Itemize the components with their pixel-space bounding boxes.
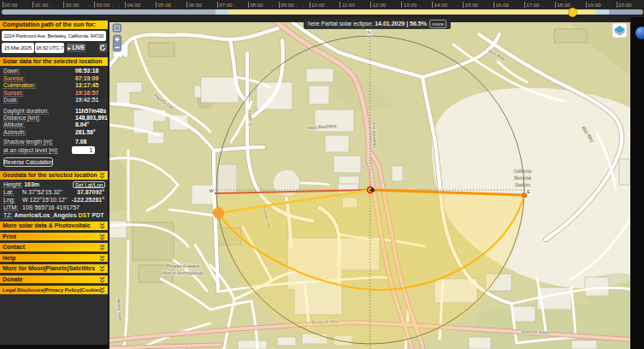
svg-text:Phoebe A Hearst: Phoebe A Hearst [167,263,200,269]
svg-text:E: E [527,189,530,194]
svg-text:Memorial: Memorial [514,176,531,180]
svg-text:Bancroft Steps: Bancroft Steps [522,328,550,334]
svg-text:W: W [209,188,214,193]
svg-text:Mus of Anthropology: Mus of Anthropology [162,270,204,275]
svg-text:Piedmont Ave: Piedmont Ave [370,121,376,148]
svg-text:N: N [367,30,370,35]
svg-text:South Dr: South Dr [248,109,254,127]
svg-text:Stadium: Stadium [515,183,530,187]
